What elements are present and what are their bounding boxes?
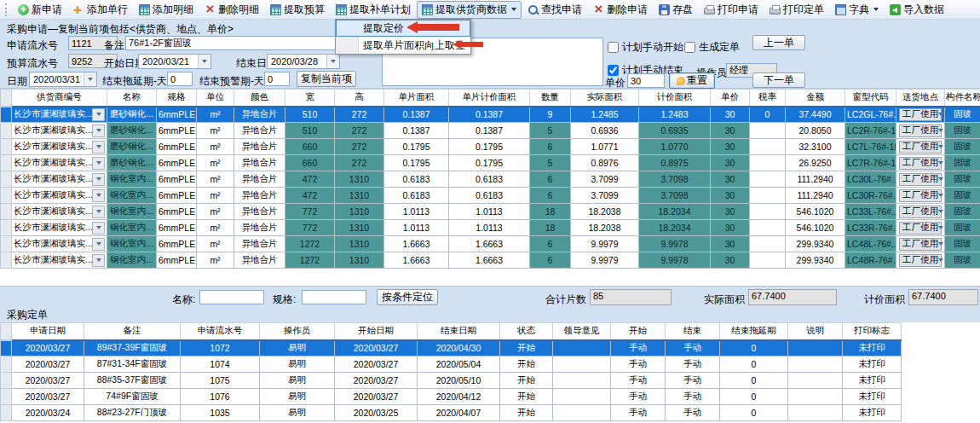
table-cell[interactable]: 30 [711, 252, 750, 269]
table-cell[interactable]: 未打印 [843, 340, 902, 356]
table-cell[interactable]: LC30R-76#... [845, 188, 896, 204]
chevron-down-icon[interactable] [92, 254, 105, 267]
table-cell[interactable]: 异地合片 [234, 188, 285, 204]
table-cell[interactable]: 111.2940 [786, 188, 845, 204]
table-cell[interactable]: 1.0770 [639, 139, 711, 155]
table-cell[interactable]: 1.0113 [384, 220, 449, 236]
table-cell[interactable]: 0 [720, 389, 788, 405]
chevron-down-icon[interactable] [326, 55, 339, 68]
column-header[interactable]: 实际面积 [571, 90, 639, 107]
table-cell[interactable]: 固玻 [945, 171, 980, 188]
table-cell[interactable]: m² [197, 188, 234, 204]
table-cell[interactable]: 长沙市潇湘玻璃实... [12, 107, 107, 123]
table-cell[interactable]: 6 [530, 236, 571, 252]
table-cell[interactable]: 1310 [335, 188, 384, 204]
table-cell[interactable]: 手动 [611, 389, 666, 405]
table-cell[interactable]: 18 [530, 220, 571, 236]
menu-item-extract-area-roundup[interactable]: 提取单片面积向上取整 [336, 37, 470, 54]
row-selector[interactable] [1, 356, 12, 373]
toolbar-button-print-order[interactable]: 打印定单 [764, 1, 829, 19]
table-cell[interactable]: 易明 [260, 389, 335, 405]
table-cell[interactable]: 89#37-39F窗固玻 [84, 340, 181, 356]
column-header[interactable]: 供货商编号 [12, 90, 107, 107]
table-cell[interactable]: 异地合片 [234, 155, 285, 171]
toolbar-button-extract-budget[interactable]: 提取预算 [265, 1, 330, 19]
table-cell[interactable]: 6mmPLE... [157, 155, 197, 171]
chevron-down-icon[interactable] [92, 189, 105, 202]
table-cell[interactable] [788, 356, 843, 373]
table-cell[interactable]: 272 [335, 155, 384, 171]
table-cell[interactable]: 0.6183 [449, 171, 530, 188]
table-cell[interactable]: 30 [711, 220, 750, 236]
chevron-down-icon[interactable] [938, 177, 943, 181]
table-cell[interactable] [750, 220, 786, 236]
table-cell[interactable]: m² [197, 204, 234, 220]
table-cell[interactable]: 工厂使用 [896, 171, 945, 188]
table-cell[interactable]: 开始 [500, 340, 553, 356]
column-header[interactable]: 备注 [84, 323, 181, 340]
table-cell[interactable]: 6mmPLE... [157, 252, 197, 269]
chevron-down-icon[interactable] [938, 145, 943, 148]
column-header[interactable]: 结束 [666, 323, 720, 340]
table-cell[interactable]: 0.6183 [449, 188, 530, 204]
table-cell[interactable]: 异地合片 [234, 171, 285, 188]
table-cell[interactable]: 3.7099 [571, 171, 639, 188]
table-row[interactable]: 长沙市潇湘玻璃实...磨砂钢化...6mmPLE...m²异地合片5102720… [1, 107, 980, 123]
remark-input[interactable] [125, 36, 352, 50]
toolbar-button-import-data[interactable]: 导入数据 [885, 1, 949, 19]
table-row[interactable]: 长沙市潇湘玻璃实...磨砂钢化...6mmPLE...m²异地合片6602720… [1, 155, 980, 171]
table-cell[interactable]: 钢化室内... [107, 171, 157, 188]
table-cell[interactable]: 开始 [500, 389, 553, 405]
table-cell[interactable] [553, 389, 611, 405]
table-cell[interactable]: 510 [285, 107, 335, 123]
table-cell[interactable] [750, 123, 786, 139]
table-cell[interactable]: 工厂使用 [896, 155, 945, 171]
table-cell[interactable]: 未打印 [843, 405, 902, 421]
table-cell[interactable]: 2020/03/27 [12, 373, 84, 389]
table-cell[interactable]: LC33L-76#... [845, 204, 896, 220]
start-date-combo[interactable]: 2020/03/21 [138, 54, 211, 69]
table-cell[interactable]: LC7L-76#-1F0 [845, 139, 896, 155]
table-cell[interactable]: 472 [285, 171, 335, 188]
table-cell[interactable]: 1.6663 [449, 252, 530, 269]
column-header[interactable]: 单片计价面积 [449, 90, 530, 107]
table-cell[interactable]: 手动 [666, 340, 720, 356]
table-row[interactable]: 长沙市潇湘玻璃实...钢化室内...6mmPLE...m²异地合片7721310… [1, 204, 980, 220]
table-cell[interactable]: 0 [720, 340, 788, 356]
table-cell[interactable]: 手动 [611, 373, 666, 389]
table-cell[interactable]: 工厂使用 [896, 236, 945, 252]
column-header[interactable]: 申请流水号 [181, 323, 260, 340]
table-cell[interactable]: 开始 [500, 356, 553, 373]
table-cell[interactable]: 未打印 [843, 373, 902, 389]
table-cell[interactable]: 2020/03/27 [12, 389, 84, 405]
table-cell[interactable]: 30 [711, 107, 750, 123]
toolbar-button-save[interactable]: 存盘 [654, 1, 698, 19]
locate-by-condition-button[interactable]: 按条件定位 [377, 289, 438, 305]
table-cell[interactable]: 1.6663 [384, 252, 449, 269]
table-cell[interactable]: 1072 [181, 340, 260, 356]
table-cell[interactable]: 0 [720, 356, 788, 373]
table-row[interactable]: 长沙市潇湘玻璃实...磨砂钢化...6mmPLE...m²异地合片5102720… [1, 123, 980, 139]
table-cell[interactable]: 异地合片 [234, 139, 285, 155]
table-cell[interactable]: 9.9978 [639, 236, 711, 252]
table-cell[interactable]: 钢化室内... [107, 252, 157, 269]
table-cell[interactable]: 6mmPLE... [157, 236, 197, 252]
table-cell[interactable]: 5 [530, 123, 571, 139]
table-cell[interactable]: 30 [711, 139, 750, 155]
toolbar-button-dictionary[interactable]: 字典 [830, 1, 884, 19]
table-cell[interactable]: 20.8050 [786, 123, 845, 139]
table-cell[interactable]: LC33R-76#... [845, 220, 896, 236]
table-row[interactable]: 2020/03/2787#31-34F窗固玻1074易明2020/03/2720… [1, 356, 902, 373]
table-row[interactable]: 长沙市潇湘玻璃实...钢化室内...6mmPLE...m²异地合片4721310… [1, 188, 980, 204]
table-cell[interactable]: 0.6935 [639, 123, 711, 139]
generate-order-checkbox[interactable]: 生成定单 [684, 40, 740, 55]
table-cell[interactable]: m² [197, 220, 234, 236]
table-cell[interactable]: LC48R-76#... [845, 252, 896, 269]
table-cell[interactable] [553, 373, 611, 389]
table-cell[interactable]: 6mmPLE... [157, 188, 197, 204]
table-cell[interactable]: 0.6183 [384, 171, 449, 188]
table-cell[interactable]: 1272 [285, 236, 335, 252]
table-cell[interactable] [553, 405, 611, 421]
chevron-down-icon[interactable] [92, 206, 105, 218]
column-header[interactable]: 单价 [711, 90, 750, 107]
